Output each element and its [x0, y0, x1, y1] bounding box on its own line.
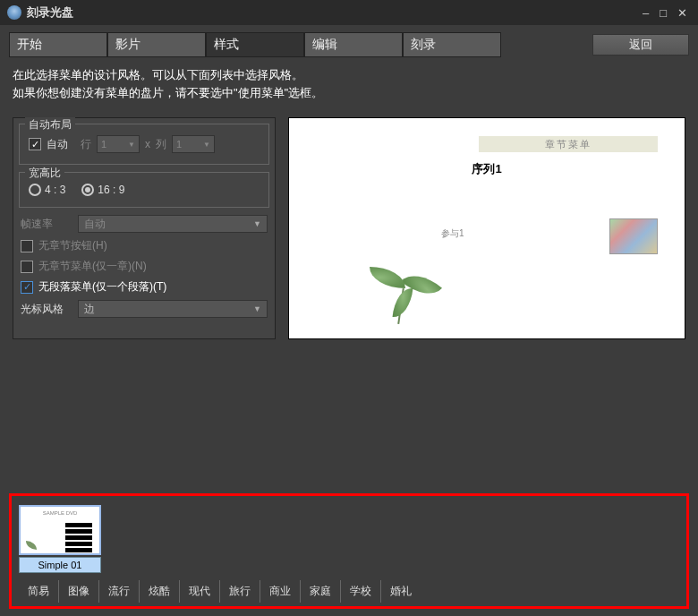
style-thumbnails: SAMPLE DVD Simple 01: [19, 505, 679, 573]
radio-43-item[interactable]: 4 : 3: [29, 184, 65, 196]
style-thumb-image: SAMPLE DVD: [19, 505, 101, 555]
cat-modern[interactable]: 现代: [180, 580, 220, 603]
cat-simple[interactable]: 简易: [19, 580, 59, 603]
tab-bar: 开始 影片 样式 编辑 刻录 返回: [9, 32, 689, 57]
auto-label: 自动: [47, 137, 68, 152]
radio-169-item[interactable]: 16 : 9: [81, 184, 124, 196]
tab-edit[interactable]: 编辑: [304, 32, 403, 57]
no-chapter-btn-checkbox[interactable]: [21, 240, 33, 252]
aspect-legend: 宽高比: [25, 166, 64, 181]
row-select[interactable]: 1: [97, 135, 140, 153]
cat-wedding[interactable]: 婚礼: [381, 580, 421, 603]
framerate-label: 帧速率: [21, 217, 71, 232]
tab-start[interactable]: 开始: [9, 32, 107, 57]
no-chapter-menu-label: 无章节菜单(仅一章)(N): [38, 259, 147, 274]
cursor-style-select[interactable]: 边: [78, 300, 268, 318]
desc-line1: 在此选择菜单的设计风格。可以从下面列表中选择风格。: [13, 66, 685, 84]
x-label: x: [145, 138, 150, 150]
content-row: 自动布局 自动 行 1 x 列 1 宽高比 4 : 3: [9, 117, 689, 348]
app-icon: [7, 5, 21, 20]
desc-line2: 如果你想创建没有菜单的盘片，请不要选中"使用菜单"选框。: [13, 84, 685, 102]
preview-thumbnail: [609, 218, 658, 254]
no-chapter-btn-label: 无章节按钮(H): [38, 238, 107, 253]
cursor-style-row: 光标风格 边: [21, 300, 268, 318]
style-thumb-simple01[interactable]: SAMPLE DVD Simple 01: [19, 505, 101, 573]
preview-small-text: 参与1: [441, 227, 464, 240]
description: 在此选择菜单的设计风格。可以从下面列表中选择风格。 如果你想创建没有菜单的盘片，…: [13, 66, 685, 101]
return-button[interactable]: 返回: [592, 34, 689, 56]
no-paragraph-row: 无段落菜单(仅一个段落)(T): [21, 279, 268, 295]
auto-layout-legend: 自动布局: [25, 117, 75, 133]
cat-image[interactable]: 图像: [59, 580, 99, 603]
maximize-button[interactable]: □: [656, 6, 670, 20]
radio-169: [81, 184, 94, 196]
cursor-style-label: 光标风格: [21, 302, 71, 317]
titlebar-left: 刻录光盘: [7, 4, 73, 21]
no-paragraph-checkbox[interactable]: [21, 281, 33, 294]
leaf-decoration: [370, 267, 450, 329]
window-controls: – □ ✕: [639, 6, 691, 20]
no-paragraph-label: 无段落菜单(仅一个段落)(T): [38, 279, 166, 295]
ratio-169-label: 16 : 9: [98, 184, 124, 196]
titlebar: 刻录光盘 – □ ✕: [0, 0, 698, 25]
auto-layout-fieldset: 自动布局 自动 行 1 x 列 1: [19, 124, 269, 165]
style-thumb-label: Simple 01: [38, 560, 82, 570]
main-content: 开始 影片 样式 编辑 刻录 返回 在此选择菜单的设计风格。可以从下面列表中选择…: [0, 25, 698, 616]
category-row: 简易 图像 流行 炫酷 现代 旅行 商业 家庭 学校 婚礼: [19, 580, 679, 603]
ratio-43-label: 4 : 3: [45, 184, 65, 196]
style-thumb-header: SAMPLE DVD: [24, 510, 96, 516]
style-thumb-label-box: Simple 01: [19, 557, 101, 573]
no-chapter-menu-row: 无章节菜单(仅一章)(N): [21, 259, 268, 274]
settings-panel: 自动布局 自动 行 1 x 列 1 宽高比 4 : 3: [13, 117, 276, 339]
framerate-row: 帧速率 自动: [21, 215, 268, 233]
framerate-select[interactable]: 自动: [78, 215, 268, 233]
preview-sequence: 序列1: [472, 161, 501, 177]
row-label: 行: [81, 137, 91, 152]
minimize-button[interactable]: –: [639, 6, 652, 20]
tab-style[interactable]: 样式: [206, 32, 304, 57]
col-select[interactable]: 1: [172, 135, 215, 153]
tab-movie[interactable]: 影片: [107, 32, 206, 57]
no-chapter-menu-checkbox[interactable]: [21, 261, 33, 273]
cat-business[interactable]: 商业: [260, 580, 301, 603]
window-title: 刻录光盘: [27, 4, 73, 21]
close-button[interactable]: ✕: [674, 6, 691, 20]
auto-checkbox[interactable]: [29, 138, 41, 150]
cat-travel[interactable]: 旅行: [220, 580, 260, 603]
cat-family[interactable]: 家庭: [301, 580, 341, 603]
preview-header: 章节菜单: [479, 136, 658, 152]
radio-43: [29, 184, 41, 196]
no-chapter-btn-row: 无章节按钮(H): [21, 238, 268, 253]
style-picker-area: SAMPLE DVD Simple 01 简易 图像 流行 炫酷 现代 旅行 商…: [9, 493, 689, 609]
cat-cool[interactable]: 炫酷: [140, 580, 180, 603]
col-label: 列: [156, 137, 166, 152]
tab-burn[interactable]: 刻录: [403, 32, 501, 57]
aspect-fieldset: 宽高比 4 : 3 16 : 9: [19, 172, 269, 208]
cat-pop[interactable]: 流行: [99, 580, 140, 603]
preview-panel: 章节菜单 序列1 参与1: [288, 117, 685, 339]
cat-school[interactable]: 学校: [341, 580, 381, 603]
